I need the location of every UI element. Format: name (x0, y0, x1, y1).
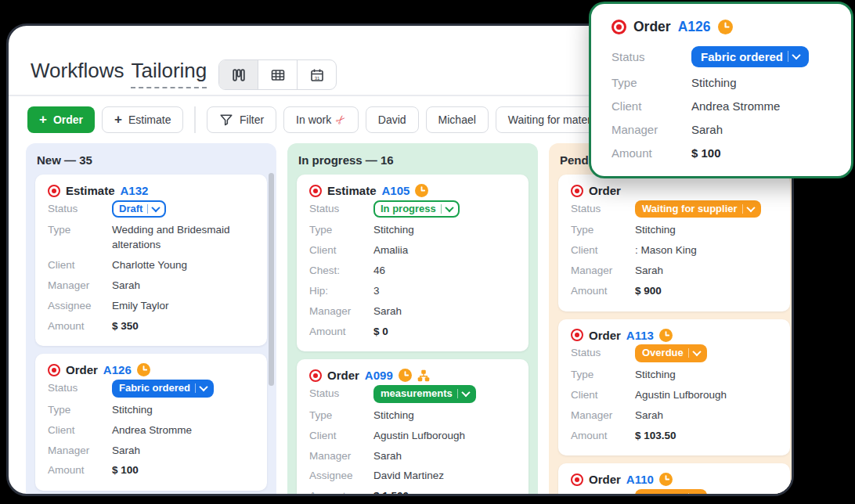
field-row: Chest:46 (309, 261, 516, 282)
status-label: Fabric ordered (119, 383, 190, 394)
pill-divider (688, 493, 689, 494)
field-row: ClientAndrea Stromme (48, 420, 254, 441)
field-label: Manager (48, 279, 112, 293)
pill-divider (788, 51, 788, 62)
chevron-down-icon (461, 388, 470, 397)
record-target-icon (48, 364, 60, 376)
field-label: Amount (48, 319, 112, 334)
table-icon (270, 67, 286, 83)
status-pill[interactable]: Fabric ordered (691, 46, 809, 67)
field-value: 46 (373, 264, 385, 279)
field-value: Andrea Stromme (112, 423, 192, 438)
status-row: StatusDraft (48, 197, 254, 221)
subtasks-icon (417, 369, 430, 382)
card-id[interactable]: A113 (626, 329, 654, 342)
field-value: $ 0 (373, 325, 388, 340)
status-pill[interactable]: In progress (373, 200, 460, 218)
workflows-title: Workflows (31, 59, 124, 83)
field-label: Type (48, 223, 112, 238)
card-header: EstimateA132 (48, 184, 254, 197)
card[interactable]: EstimateA105StatusIn progressTypeStitchi… (297, 175, 529, 351)
filter-button[interactable]: Filter (207, 106, 276, 133)
card-id[interactable]: A105 (382, 184, 410, 197)
order-detail-popup: Order A126 StatusFabric orderedTypeStitc… (589, 2, 853, 178)
field-row: Amount$ 103.50 (571, 426, 777, 446)
board-column: In progress — 16EstimateA105StatusIn pro… (287, 143, 538, 494)
field-label: Hip: (309, 284, 373, 299)
status-pill[interactable]: Overdue (635, 344, 707, 362)
record-id[interactable]: A126 (678, 19, 711, 35)
field-value: Agustin Lufborough (635, 388, 727, 403)
status-pill[interactable]: Fabric ordered (112, 380, 214, 398)
chevron-down-icon (199, 383, 207, 391)
card-id[interactable]: A126 (103, 363, 132, 376)
field-row: ClientAgustin Lufborough (571, 385, 777, 405)
field-value: Sarah (373, 449, 402, 464)
field-value: $ 103.50 (635, 429, 676, 444)
view-kanban-button[interactable] (219, 60, 258, 89)
field-row: TypeWedding and Bridesmaid alterations (48, 221, 254, 256)
field-row: TypeStitching (611, 70, 831, 94)
card[interactable]: OrderStatusWaiting for supplierTypeStitc… (558, 175, 790, 311)
status-pill[interactable]: Draft (112, 200, 166, 218)
card-kind: Order (589, 329, 621, 342)
card[interactable]: OrderA099StatusmeasurementsTypeStitching… (297, 359, 529, 494)
record-target-icon (571, 185, 583, 197)
status-pill[interactable]: Overdue (635, 489, 707, 495)
status-label: Fabric ordered (701, 50, 783, 63)
field-label: Manager (309, 304, 373, 319)
card[interactable]: EstimateA132StatusDraftTypeWedding and B… (35, 175, 267, 346)
card[interactable]: OrderA126StatusFabric orderedTypeStitchi… (35, 354, 267, 491)
field-label: Client (48, 423, 112, 438)
card-id[interactable]: A099 (365, 369, 393, 382)
pill-divider (688, 348, 689, 358)
field-row: ManagerSarah (48, 441, 254, 461)
card[interactable]: OrderA113StatusOverdueTypeStitchingClien… (558, 319, 790, 456)
status-label: Waiting for supplier (642, 203, 738, 215)
record-target-icon (571, 329, 583, 341)
field-row: TypeStitching (48, 400, 254, 420)
field-label: Manager (571, 264, 635, 279)
field-value: $ 350 (112, 319, 139, 334)
field-label: Amount (309, 325, 373, 340)
field-value: Stitching (635, 223, 676, 238)
field-value: Amaliia (373, 243, 408, 258)
card-id[interactable]: A110 (626, 473, 654, 486)
board-name[interactable]: Tailoring (131, 59, 207, 88)
kanban-board: New — 35EstimateA132StatusDraftTypeWeddi… (9, 143, 792, 494)
filter-funnel-icon (219, 113, 233, 127)
filter-chip-in-work[interactable]: In work ✂ (283, 106, 359, 133)
filter-chip-michael[interactable]: Michael (426, 106, 489, 133)
column-cards: EstimateA105StatusIn progressTypeStitchi… (287, 175, 538, 494)
status-pill[interactable]: Waiting for supplier (635, 200, 761, 218)
scissors-icon: ✂ (333, 111, 350, 128)
column-scrollbar[interactable] (269, 173, 274, 386)
status-pill[interactable]: measurements (373, 385, 476, 403)
field-label: Amount (571, 429, 635, 444)
chevron-down-icon (792, 51, 800, 59)
field-label: Status (571, 491, 635, 494)
view-table-button[interactable] (258, 60, 297, 89)
field-value: Sarah (373, 304, 402, 319)
clock-icon (718, 20, 733, 34)
field-label: Type (571, 368, 635, 383)
chevron-down-icon (692, 492, 701, 494)
field-row: ManagerSarah (48, 276, 254, 297)
view-calendar-button[interactable]: 31 (297, 60, 336, 89)
filter-chip-david[interactable]: David (366, 106, 419, 133)
add-estimate-button[interactable]: + Estimate (102, 106, 183, 133)
field-value: Andrea Stromme (691, 98, 780, 114)
card-id[interactable]: A132 (121, 184, 149, 197)
record-target-icon (571, 473, 583, 486)
card[interactable]: OrderA110StatusOverdue (558, 463, 790, 494)
field-label: Client (571, 243, 635, 258)
field-row: TypeStitching (571, 365, 777, 385)
field-label: Assignee (309, 469, 373, 484)
pill-divider (441, 204, 442, 214)
add-order-button[interactable]: + Order (27, 106, 95, 133)
field-value: $ 100 (691, 145, 721, 161)
field-row: ManagerSarah (309, 446, 516, 466)
svg-text:31: 31 (314, 75, 319, 80)
field-label: Type (309, 223, 373, 238)
field-row: Amount$ 1,500 (309, 487, 516, 494)
